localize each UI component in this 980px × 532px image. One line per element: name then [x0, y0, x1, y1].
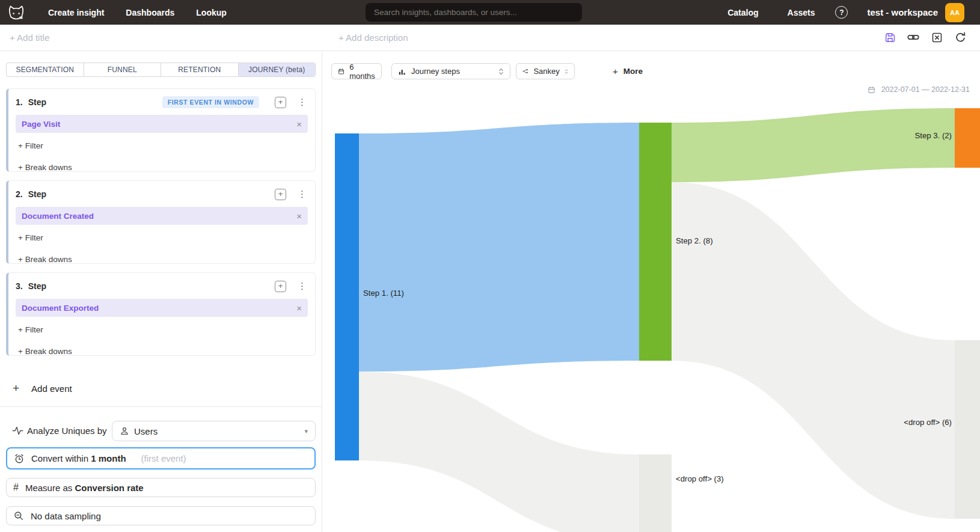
sankey-node-dropoff-bottom[interactable]	[639, 454, 672, 532]
remove-event-icon[interactable]: ×	[296, 211, 302, 221]
nav-assets[interactable]: Assets	[788, 8, 815, 17]
event-chip[interactable]: Document Created ×	[16, 207, 308, 225]
event-name: Document Created	[22, 212, 94, 221]
step-menu-icon[interactable]: ⋮	[298, 97, 307, 108]
step-title: Step	[28, 189, 46, 199]
close-box-icon[interactable]	[930, 31, 943, 44]
insight-toolbar: + Add title + Add description	[0, 25, 980, 51]
sankey-label-step2: Step 2. (8)	[676, 236, 713, 245]
panel-divider	[0, 406, 322, 407]
user-icon	[120, 426, 129, 436]
tab-retention[interactable]: RETENTION	[161, 63, 239, 76]
workspace-name[interactable]: test - workspace	[867, 7, 938, 17]
cat-logo[interactable]	[6, 4, 26, 21]
add-breakdown-button[interactable]: + Break downs	[18, 255, 72, 264]
add-event-button[interactable]: + Add event	[13, 382, 72, 395]
add-filter-button[interactable]: + Filter	[18, 325, 43, 334]
sankey-label-step3: Step 3. (2)	[914, 131, 952, 140]
analyze-label: Analyze Uniques by	[27, 426, 107, 436]
analyze-by-value: Users	[134, 426, 158, 436]
analyze-row: Analyze Uniques by Users ▾	[0, 419, 322, 443]
step-menu-icon[interactable]: ⋮	[298, 189, 307, 200]
convert-within-label: Convert within 1 month	[31, 453, 126, 463]
step-card-3: 3. Step + ⋮ Document Exported × + Filter…	[6, 272, 316, 356]
save-icon[interactable]	[883, 31, 896, 44]
link-icon[interactable]	[907, 31, 920, 44]
zoom-out-icon	[13, 510, 24, 521]
plus-icon: +	[13, 382, 19, 395]
measure-value: Conversion rate	[75, 483, 143, 493]
step-number: 2.	[16, 189, 23, 199]
step-menu-icon[interactable]: ⋮	[298, 281, 307, 292]
help-icon[interactable]: ?	[835, 6, 848, 19]
alarm-clock-icon	[14, 453, 25, 464]
measure-as-setting[interactable]: # Measure as Conversion rate	[6, 478, 316, 497]
nav-create-insight[interactable]: Create insight	[48, 8, 104, 17]
step-title: Step	[28, 97, 46, 107]
tab-funnel[interactable]: FUNNEL	[84, 63, 162, 76]
query-builder-panel: SEGMENTATION FUNNEL RETENTION JOURNEY (b…	[0, 51, 322, 532]
sankey-label-dropoff-bottom: <drop off> (3)	[676, 474, 724, 483]
measure-as-label: Measure as Conversion rate	[25, 483, 144, 493]
step-number: 1.	[16, 97, 23, 107]
sankey-node-dropoff-right[interactable]	[955, 340, 980, 519]
sankey-node-step1[interactable]	[335, 133, 359, 460]
data-sampling-setting[interactable]: No data sampling	[6, 506, 316, 525]
event-name: Document Exported	[22, 304, 99, 313]
add-breakdown-button[interactable]: + Break downs	[18, 163, 72, 172]
sankey-link-step2-step3[interactable]	[672, 108, 955, 182]
event-chip[interactable]: Document Exported ×	[16, 299, 308, 317]
sankey-label-step1: Step 1. (11)	[363, 289, 404, 298]
sankey-node-step3[interactable]	[955, 108, 980, 168]
sankey-link-step1-step2[interactable]	[359, 123, 639, 371]
hash-icon: #	[13, 482, 19, 493]
refresh-icon[interactable]	[954, 31, 967, 44]
add-event-to-step-icon[interactable]: +	[275, 189, 286, 200]
add-title-field[interactable]: + Add title	[10, 32, 49, 43]
chart-area: 6 months Journey steps Sankey + More	[323, 51, 980, 532]
convert-mode-hint: (first event)	[141, 453, 186, 463]
sampling-label: No data sampling	[31, 511, 101, 521]
add-breakdown-button[interactable]: + Break downs	[18, 347, 72, 356]
search-input[interactable]	[366, 3, 582, 22]
step-card-2: 2. Step + ⋮ Document Created × + Filter …	[6, 180, 316, 264]
conversion-window-setting[interactable]: Convert within 1 month (first event)	[6, 447, 316, 469]
remove-event-icon[interactable]: ×	[296, 303, 302, 313]
sankey-label-dropoff-right: <drop off> (6)	[904, 418, 952, 427]
sankey-node-step2[interactable]	[639, 123, 672, 361]
avatar[interactable]: AA	[945, 3, 964, 22]
convert-window-value: 1 month	[91, 453, 126, 463]
sankey-diagram: Step 1. (11) Step 2. (8) Step 3. (2) <dr…	[323, 51, 980, 532]
remove-event-icon[interactable]: ×	[296, 119, 302, 129]
tab-journey[interactable]: JOURNEY (beta)	[239, 63, 316, 76]
nav-lookup[interactable]: Lookup	[196, 8, 227, 17]
tab-segmentation[interactable]: SEGMENTATION	[7, 63, 84, 76]
add-filter-button[interactable]: + Filter	[18, 141, 43, 150]
sankey-link-step2-dropoff[interactable]	[672, 182, 955, 519]
add-description-field[interactable]: + Add description	[338, 32, 408, 43]
analyze-by-select[interactable]: Users ▾	[112, 421, 316, 441]
insight-type-tabs: SEGMENTATION FUNNEL RETENTION JOURNEY (b…	[6, 63, 316, 77]
top-nav: Create insight Dashboards Lookup Catalog…	[0, 0, 980, 25]
event-chip[interactable]: Page Visit ×	[16, 115, 308, 133]
step-number: 3.	[16, 281, 23, 291]
nav-right-group: Catalog Assets ? test - workspace AA	[727, 0, 980, 25]
activity-icon	[12, 426, 23, 436]
event-name: Page Visit	[22, 120, 60, 129]
add-event-to-step-icon[interactable]: +	[275, 97, 286, 108]
first-event-badge: FIRST EVENT IN WINDOW	[162, 96, 259, 108]
sankey-link-step1-dropoff[interactable]	[359, 371, 639, 532]
nav-dashboards[interactable]: Dashboards	[126, 8, 174, 17]
chevron-down-icon: ▾	[304, 427, 308, 435]
step-card-1: 1. Step FIRST EVENT IN WINDOW + ⋮ Page V…	[6, 88, 316, 172]
add-filter-button[interactable]: + Filter	[18, 233, 43, 242]
step-title: Step	[28, 281, 46, 291]
nav-catalog[interactable]: Catalog	[727, 8, 758, 17]
add-event-to-step-icon[interactable]: +	[275, 281, 286, 292]
